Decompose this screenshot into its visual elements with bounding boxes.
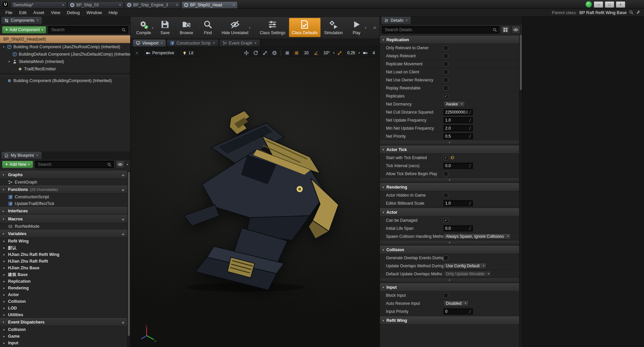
mb-category-collision[interactable]: ▸Collision <box>0 298 127 305</box>
property-number-input[interactable]: 0.5 <box>444 133 473 139</box>
property-checkbox[interactable] <box>444 86 448 90</box>
component-row-traileffectemitter[interactable]: TrailEffectEmitter <box>0 65 130 73</box>
mb-category-item[interactable]: ▸默认 <box>0 245 127 251</box>
property-checkbox[interactable] <box>444 70 448 74</box>
my-blueprint-search-input[interactable] <box>37 162 105 167</box>
add-icon[interactable]: + <box>122 231 125 236</box>
window-tab-bp-ship-03[interactable]: BP_Ship_03× <box>68 1 124 8</box>
section-header-actor[interactable]: ▾Actor <box>380 208 519 216</box>
browse-button[interactable]: Browse <box>176 18 197 37</box>
property-checkbox[interactable] <box>444 78 448 82</box>
component-row-building-root-component-jianzhurootcomp-inherited[interactable]: ▾Building Root Component (JianZhuRootCom… <box>0 43 130 51</box>
property-dropdown[interactable]: Always Spawn, Ignore Collisions▾ <box>444 233 511 239</box>
property-checkbox[interactable] <box>444 171 448 176</box>
property-number-input[interactable]: 0 <box>444 308 473 315</box>
component-row-skeletalmesh-inherited[interactable]: ▾SkeletalMesh (Inherited) <box>0 58 130 65</box>
rotation-snap-value[interactable]: 10° <box>321 49 332 57</box>
component-row-bp-ship02-head-self[interactable]: BP_Ship02_Head(self) <box>0 35 130 43</box>
property-checkbox[interactable] <box>444 193 448 198</box>
add-icon[interactable]: + <box>122 187 125 192</box>
section-header-replication[interactable]: ▾Replication <box>380 36 519 44</box>
section-expander[interactable]: ▾ <box>380 140 519 145</box>
property-checkbox[interactable] <box>444 62 448 66</box>
tab-my-blueprint[interactable]: My Blueprint × <box>1 151 42 159</box>
mb-category-input[interactable]: ▸Input <box>0 340 127 346</box>
section-header-refit-wing[interactable]: ▾Refit Wing <box>380 317 519 325</box>
add-new-button[interactable]: + Add New ▾ <box>2 161 33 168</box>
property-checkbox[interactable]: ✓ <box>444 94 448 98</box>
scale-snap-button[interactable] <box>335 49 344 57</box>
property-number-input[interactable]: 0.0 <box>444 225 473 231</box>
section-header-actor-tick[interactable]: ▾Actor Tick <box>380 146 519 154</box>
close-tab-icon[interactable]: × <box>233 3 235 7</box>
mb-category-base[interactable]: ▸建筑 Base <box>0 271 127 278</box>
mb-section-event-dispatchers[interactable]: ▾Event Dispatchers+ <box>0 318 127 326</box>
add-icon[interactable]: + <box>122 320 125 325</box>
window-tab-demomap[interactable]: DemoMap*× <box>11 1 67 8</box>
property-number-input[interactable]: 225000000.0 <box>444 109 473 115</box>
compile-button[interactable]: Compile▾ <box>133 18 154 37</box>
mb-category-refit-wing[interactable]: ▸Refit Wing <box>0 238 127 245</box>
property-dropdown[interactable]: Use Config Default▾ <box>444 263 487 269</box>
view-options-button[interactable] <box>511 26 520 34</box>
tab-event-graph[interactable]: Event Graph× <box>219 39 260 47</box>
source-control-status-icon[interactable] <box>585 1 592 8</box>
expand-arrow-icon[interactable]: ▾ <box>7 60 11 63</box>
property-checkbox[interactable] <box>444 256 448 260</box>
property-checkbox[interactable] <box>444 46 448 50</box>
rotation-snap-button[interactable] <box>312 49 320 57</box>
tab-viewport[interactable]: Viewport× <box>133 39 166 47</box>
mb-section-functions[interactable]: ▾Functions(25 Overridable)+ <box>0 186 127 194</box>
mb-category-collision[interactable]: ▸Collision <box>0 326 127 333</box>
close-tab-icon[interactable]: × <box>36 18 39 23</box>
mb-category-replication[interactable]: ▸Replication <box>0 278 127 285</box>
chevron-down-icon[interactable]: ▾ <box>152 26 153 29</box>
hide-unrelated-button[interactable]: Hide Unrelated▾ <box>219 18 251 37</box>
property-number-input[interactable]: 0.0 <box>444 163 473 169</box>
drag-handle-icon[interactable] <box>469 110 471 114</box>
scale-tool-button[interactable] <box>261 49 269 57</box>
grid-snap-value[interactable]: 10 <box>302 49 311 57</box>
visibility-filter-button[interactable] <box>116 160 125 168</box>
scrollbar-thumb[interactable] <box>128 172 130 336</box>
details-search-input[interactable] <box>384 27 491 32</box>
mb-section-macros[interactable]: ▾Macros+ <box>0 215 127 223</box>
tab-details[interactable]: Details × <box>381 16 411 24</box>
mb-category-hjian-zhu-base[interactable]: ▸HJian Zhu Base <box>0 265 127 271</box>
chevron-down-icon[interactable]: ▾ <box>358 51 360 55</box>
property-number-input[interactable]: 1.0 <box>444 117 473 123</box>
camera-speed-button[interactable] <box>361 49 369 57</box>
mb-section-interfaces[interactable]: ▸Interfaces <box>0 207 127 215</box>
section-expander[interactable]: ▾ <box>380 240 519 245</box>
menu-debug[interactable]: Debug <box>64 9 83 16</box>
drag-handle-icon[interactable] <box>469 126 471 130</box>
mb-item-runnetmode[interactable]: RunNetMode <box>0 223 127 230</box>
toolbar-overflow-button[interactable]: » <box>373 24 377 30</box>
property-checkbox[interactable] <box>444 54 448 58</box>
mb-category-lod[interactable]: ▸LOD <box>0 305 127 311</box>
scale-snap-value[interactable]: 0.25 <box>345 49 357 57</box>
revert-to-default-icon[interactable] <box>450 155 455 160</box>
tab-construction-scrip[interactable]: fConstruction Scrip× <box>167 39 218 47</box>
property-dropdown[interactable]: Only Update Movable▾ <box>444 271 491 277</box>
mb-category-hjian-zhu-raft-refit[interactable]: ▸HJian Zhu Raft Refit <box>0 258 127 265</box>
mb-category-rendering[interactable]: ▸Rendering <box>0 285 127 291</box>
property-dropdown[interactable]: Awake▾ <box>444 101 465 107</box>
property-number-input[interactable]: 2.0 <box>444 125 473 131</box>
property-checkbox[interactable]: ✓ <box>444 155 448 160</box>
chevron-down-icon[interactable]: ▾ <box>249 26 250 29</box>
parent-class-value[interactable]: BP Raft Refit Wing Base <box>579 10 627 15</box>
close-tab-icon[interactable]: × <box>36 153 38 158</box>
chevron-down-icon[interactable]: ▾ <box>127 163 128 166</box>
menu-help[interactable]: Help <box>105 9 121 16</box>
mb-item-updatetraileffecttick[interactable]: fUpdateTrailEffectTick <box>0 200 127 207</box>
move-tool-button[interactable] <box>242 49 250 57</box>
class-settings-button[interactable]: Class Settings <box>257 18 288 37</box>
property-number-input[interactable]: 1.0 <box>444 200 473 206</box>
section-header-input[interactable]: ▾Input <box>380 283 519 291</box>
play-button[interactable]: Play▾ <box>346 18 367 37</box>
close-tab-icon[interactable]: × <box>213 41 215 46</box>
close-tab-icon[interactable]: × <box>119 3 121 7</box>
close-tab-icon[interactable]: × <box>254 41 257 46</box>
lit-button[interactable]: Lit <box>179 49 196 57</box>
